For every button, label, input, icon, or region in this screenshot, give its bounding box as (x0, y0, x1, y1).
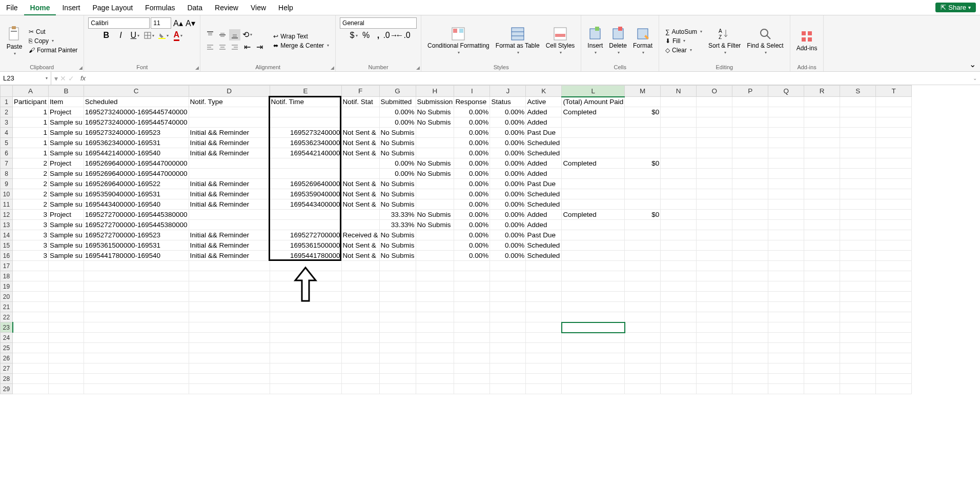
cell-H19[interactable] (416, 281, 454, 292)
cell-O27[interactable] (697, 363, 732, 374)
cell-A29[interactable] (13, 384, 49, 394)
cell-P6[interactable] (732, 148, 768, 158)
cell-H20[interactable] (416, 292, 454, 302)
cell-S24[interactable] (840, 333, 876, 343)
borders-button[interactable]: ▾ (144, 30, 155, 41)
cell-H22[interactable] (416, 312, 454, 322)
cell-T6[interactable] (876, 148, 912, 158)
cell-I14[interactable]: 0.00% (454, 230, 490, 240)
cell-A11[interactable]: 2 (13, 199, 49, 210)
cell-G26[interactable] (379, 353, 416, 363)
col-header-H[interactable]: H (416, 86, 454, 97)
cell-E3[interactable] (270, 117, 341, 128)
cell-G17[interactable] (379, 261, 416, 271)
row-header-9[interactable]: 9 (1, 179, 13, 189)
cell-A24[interactable] (13, 333, 49, 343)
cell-O21[interactable] (697, 302, 732, 312)
cell-J20[interactable] (490, 292, 526, 302)
col-header-P[interactable]: P (732, 86, 768, 97)
cell-H2[interactable]: No Submis (416, 107, 454, 117)
cell-N10[interactable] (661, 189, 697, 199)
cell-A8[interactable]: 2 (13, 169, 49, 179)
cell-Q5[interactable] (768, 138, 804, 148)
align-left-button[interactable] (205, 42, 216, 53)
cell-N12[interactable] (661, 210, 697, 220)
cell-P9[interactable] (732, 179, 768, 189)
cell-L20[interactable] (562, 292, 625, 302)
cell-G25[interactable] (379, 343, 416, 353)
cell-K11[interactable]: Scheduled (526, 199, 562, 210)
cell-T7[interactable] (876, 158, 912, 169)
cell-B13[interactable]: Sample su (49, 220, 84, 230)
cell-J12[interactable]: 0.00% (490, 210, 526, 220)
cell-O25[interactable] (697, 343, 732, 353)
cell-G11[interactable]: No Submis (379, 199, 416, 210)
cell-J1[interactable]: Status (490, 97, 526, 107)
cell-F10[interactable]: Not Sent & (341, 189, 379, 199)
cell-D8[interactable] (189, 169, 270, 179)
cell-T3[interactable] (876, 117, 912, 128)
cell-O9[interactable] (697, 179, 732, 189)
cell-A16[interactable]: 3 (13, 251, 49, 261)
cell-C12[interactable]: 1695272700000-1695445380000 (84, 210, 189, 220)
cell-K16[interactable]: Scheduled (526, 251, 562, 261)
cell-O4[interactable] (697, 128, 732, 138)
formula-input[interactable] (89, 72, 970, 85)
cell-P2[interactable] (732, 107, 768, 117)
cell-B19[interactable] (49, 281, 84, 292)
cell-A27[interactable] (13, 363, 49, 374)
cell-L23[interactable] (562, 322, 625, 333)
cell-R7[interactable] (804, 158, 840, 169)
cell-I10[interactable]: 0.00% (454, 189, 490, 199)
cell-C28[interactable] (84, 374, 189, 384)
cell-O2[interactable] (697, 107, 732, 117)
cell-P19[interactable] (732, 281, 768, 292)
cell-I2[interactable]: 0.00% (454, 107, 490, 117)
cell-M22[interactable] (625, 312, 661, 322)
cell-C1[interactable]: Scheduled (84, 97, 189, 107)
cell-N7[interactable] (661, 158, 697, 169)
cell-Q12[interactable] (768, 210, 804, 220)
col-header-Q[interactable]: Q (768, 86, 804, 97)
menu-help[interactable]: Help (272, 0, 299, 15)
cell-E8[interactable] (270, 169, 341, 179)
cell-L14[interactable] (562, 230, 625, 240)
cell-O22[interactable] (697, 312, 732, 322)
cell-E10[interactable]: 1695359040000 (270, 189, 341, 199)
decrease-decimal-button[interactable]: ←.0 (397, 30, 409, 41)
cell-K17[interactable] (526, 261, 562, 271)
cell-F22[interactable] (341, 312, 379, 322)
cell-I19[interactable] (454, 281, 490, 292)
cell-D25[interactable] (189, 343, 270, 353)
cell-E18[interactable] (270, 271, 341, 281)
cell-T19[interactable] (876, 281, 912, 292)
cell-F3[interactable] (341, 117, 379, 128)
cell-J11[interactable]: 0.00% (490, 199, 526, 210)
cell-M12[interactable]: $0 (625, 210, 661, 220)
merge-center-button[interactable]: ⬌ Merge & Center ▾ (271, 42, 331, 50)
cell-A21[interactable] (13, 302, 49, 312)
cell-H10[interactable] (416, 189, 454, 199)
cell-N25[interactable] (661, 343, 697, 353)
cell-O3[interactable] (697, 117, 732, 128)
cell-A4[interactable]: 1 (13, 128, 49, 138)
cell-L10[interactable] (562, 189, 625, 199)
cell-P18[interactable] (732, 271, 768, 281)
cell-R3[interactable] (804, 117, 840, 128)
cell-N2[interactable] (661, 107, 697, 117)
cell-M10[interactable] (625, 189, 661, 199)
cell-F19[interactable] (341, 281, 379, 292)
cell-G21[interactable] (379, 302, 416, 312)
cell-E20[interactable] (270, 292, 341, 302)
cell-E29[interactable] (270, 384, 341, 394)
cell-P23[interactable] (732, 322, 768, 333)
menu-data[interactable]: Data (181, 0, 209, 15)
cell-J6[interactable]: 0.00% (490, 148, 526, 158)
cell-B11[interactable]: Sample su (49, 199, 84, 210)
font-name-select[interactable] (88, 17, 150, 29)
row-header-20[interactable]: 20 (1, 292, 13, 302)
cell-P5[interactable] (732, 138, 768, 148)
cell-M19[interactable] (625, 281, 661, 292)
cell-T28[interactable] (876, 374, 912, 384)
cell-D6[interactable]: Initial && Reminder (189, 148, 270, 158)
